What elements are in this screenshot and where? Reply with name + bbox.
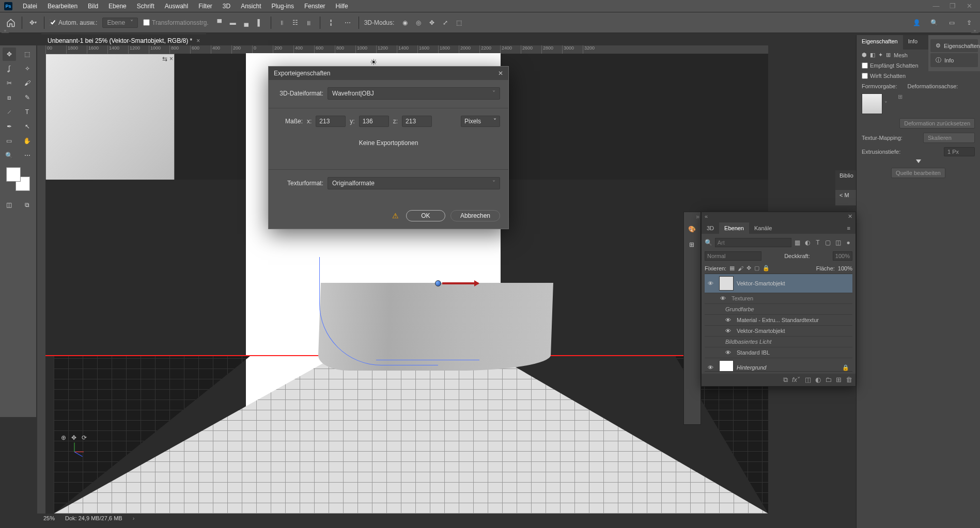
search-icon[interactable]: 🔍 [928, 17, 940, 28]
gizmo-x-arrow[interactable] [442, 282, 478, 284]
layer-target-select[interactable]: Ebene ˅ [102, 18, 138, 28]
mesh-icon[interactable]: ⟳ [82, 434, 87, 441]
libraries-back[interactable]: < M [835, 190, 856, 205]
delete-icon[interactable]: 🗑 [846, 376, 852, 384]
x-input[interactable] [316, 116, 346, 127]
screen-mode-icon[interactable]: ⧉ [22, 199, 33, 211]
menu-schrift[interactable]: Schrift [132, 1, 160, 11]
adjust-icon[interactable]: ◐ [815, 376, 821, 384]
rectangle-tool[interactable]: ▭ [3, 134, 16, 148]
visibility-icon[interactable]: 👁 [720, 295, 728, 301]
dialog-close-icon[interactable]: ✕ [498, 70, 503, 77]
align-vcenter-icon[interactable]: ▬ [227, 17, 239, 28]
opacity-value[interactable]: 100% [833, 251, 852, 261]
search-icon[interactable]: 🔍 [705, 238, 713, 247]
secview-close-icon[interactable]: × [169, 55, 173, 62]
menu-ebene[interactable]: Ebene [103, 1, 132, 11]
filter-pixel-icon[interactable]: ▦ [794, 238, 802, 247]
transform-controls-checkbox[interactable]: Transformationsstrg. [143, 19, 209, 26]
distribute-spacing-icon[interactable]: ⫼ [303, 17, 315, 28]
layers-close-icon[interactable]: ✕ [848, 213, 852, 221]
vtab-info[interactable]: ⓘInfo [930, 53, 978, 67]
auto-select-checkbox[interactable]: Autom. ausw.: [50, 19, 97, 26]
tab-eigenschaften[interactable]: Eigenschaften [857, 35, 903, 50]
path-select-tool[interactable]: ↖ [21, 120, 34, 133]
frame-tool[interactable]: ⧈ [3, 91, 16, 104]
layer-thumb[interactable] [719, 276, 734, 291]
share-icon[interactable]: ⇪ [963, 17, 975, 28]
align-to-icon[interactable]: ╏ [325, 17, 337, 28]
deform-grid-icon[interactable]: ⊞ [898, 93, 903, 100]
filter-adjust-icon[interactable]: ◐ [803, 238, 812, 247]
tab-info[interactable]: Info [903, 35, 923, 50]
color-swatch[interactable] [6, 167, 30, 191]
filter-input[interactable] [715, 238, 791, 247]
layers-collapse-icon[interactable]: « [705, 213, 708, 221]
preset-thumb[interactable] [862, 93, 882, 114]
unit-select[interactable]: Pixels˅ [461, 116, 500, 127]
menu-plugins[interactable]: Plug-ins [267, 1, 299, 11]
align-top-icon[interactable]: ▀ [214, 17, 225, 28]
filter-smart-icon[interactable]: ◫ [834, 238, 843, 247]
marquee-tool[interactable]: ⬚ [21, 47, 34, 61]
mesh-icon-2[interactable]: ◧ [870, 52, 875, 58]
ibl-layer[interactable]: 👁 Standard IBL [705, 347, 852, 358]
layer-thumb[interactable] [719, 360, 734, 372]
z-input[interactable] [402, 116, 432, 127]
fx-icon[interactable]: fx˅ [792, 376, 801, 384]
filter-shape-icon[interactable]: ▢ [824, 238, 832, 247]
3d-gizmo[interactable] [435, 280, 441, 286]
menu-bild[interactable]: Bild [83, 1, 103, 11]
hand-tool[interactable]: ✋ [21, 134, 34, 148]
group-icon[interactable]: 🗀 [825, 376, 832, 384]
distribute-h-icon[interactable]: ⫴ [276, 17, 288, 28]
zoom-tool[interactable]: 🔍 [3, 149, 16, 162]
menu-filter[interactable]: Filter [193, 1, 217, 11]
visibility-icon[interactable]: 👁 [725, 349, 734, 356]
format-select[interactable]: Wavefront|OBJ˅ [328, 87, 500, 100]
y-input[interactable] [359, 116, 389, 127]
filter-type-icon[interactable]: T [814, 238, 822, 247]
clone-tool[interactable]: ✎ [21, 91, 34, 104]
dock-3d-icon[interactable]: 🎨 [684, 221, 699, 237]
texfmt-select[interactable]: Originalformate˅ [328, 177, 500, 189]
mesh-icon-3[interactable]: ✦ [878, 52, 883, 58]
maximize-icon[interactable]: ❐ [946, 2, 959, 10]
visibility-icon[interactable]: 👁 [708, 364, 716, 371]
align-bottom-icon[interactable]: ▄ [241, 17, 252, 28]
visibility-icon[interactable]: 👁 [725, 317, 734, 323]
extrude-input[interactable]: 1 Px [944, 147, 975, 156]
edit-toolbar[interactable]: ⋯ [21, 149, 34, 162]
layer-smartobject[interactable]: 👁 Vektor-Smartobjekt [705, 274, 852, 293]
light-icon[interactable]: ✥ [71, 434, 76, 441]
workspace-icon[interactable]: ▭ [946, 17, 957, 28]
orbit-icon[interactable]: ◉ [399, 17, 411, 28]
layers-panel-menu-icon[interactable]: ≡ [842, 222, 855, 234]
layer-background[interactable]: 👁 Hintergrund 🔒 [705, 358, 852, 372]
link-icon[interactable]: ⧉ [783, 376, 788, 384]
lock-all-icon[interactable]: ▦ [729, 265, 735, 271]
filter-toggle[interactable]: ● [844, 238, 852, 247]
smartobject-tex[interactable]: 👁 Vektor-Smartobjekt [705, 326, 852, 337]
gizmo-origin[interactable] [435, 280, 441, 286]
tab-3d[interactable]: 3D [702, 222, 719, 234]
pen-tool[interactable]: ✒ [3, 120, 16, 133]
cancel-button[interactable]: Abbrechen [450, 210, 500, 221]
tab-kanaele[interactable]: Kanäle [749, 222, 777, 234]
menu-fenster[interactable]: Fenster [299, 1, 331, 11]
home-icon[interactable] [5, 17, 17, 28]
cloud-docs-icon[interactable]: 👤 [911, 17, 922, 28]
menu-ansicht[interactable]: Ansicht [236, 1, 266, 11]
close-icon[interactable]: ✕ [962, 2, 976, 10]
reset-deform-button[interactable]: Deformation zurücksetzen [899, 118, 975, 129]
slide-icon[interactable]: ⤢ [440, 17, 451, 28]
status-menu-icon[interactable]: › [133, 515, 135, 521]
cast-shadow-checkbox[interactable]: Wirft Schatten [862, 73, 906, 79]
fg-color[interactable] [6, 167, 21, 182]
move-tool-indicator-icon[interactable]: ✥▾ [27, 17, 39, 28]
menu-datei[interactable]: Datei [18, 1, 42, 11]
brush-tool[interactable]: 🖌 [21, 76, 34, 90]
libraries-panel-peek[interactable]: Biblio [835, 170, 856, 191]
vtab-eigenschaften[interactable]: ⚙Eigenschaften [930, 39, 978, 52]
tab-ebenen[interactable]: Ebenen [719, 222, 749, 234]
